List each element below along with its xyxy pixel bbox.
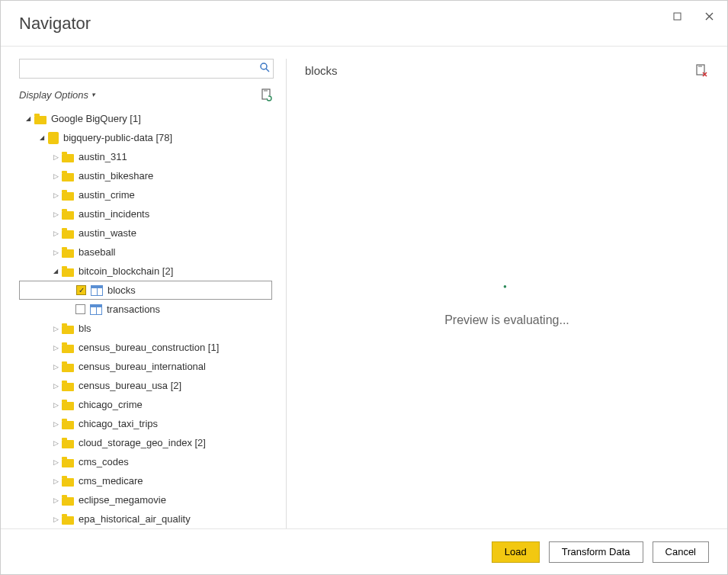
preview-title: blocks (305, 64, 338, 77)
tree-node-label: austin_crime (79, 189, 135, 201)
tree-item-austin_crime[interactable]: ▷austin_crime (19, 185, 272, 204)
expand-arrow-icon[interactable]: ▷ (51, 496, 60, 505)
expand-arrow-icon[interactable]: ▷ (51, 381, 60, 390)
refresh-icon[interactable] (258, 87, 274, 102)
display-options-dropdown[interactable]: Display Options ▾ (19, 89, 95, 101)
preview-status-text: Preview is evaluating... (444, 313, 569, 327)
expand-arrow-icon[interactable]: ▷ (51, 210, 60, 219)
tree-node-label: cms_medicare (79, 475, 143, 487)
navigator-tree[interactable]: ◢Google BigQuery [1]◢bigquery-public-dat… (19, 109, 274, 528)
tree-node-label: blocks (107, 284, 136, 296)
folder-icon (62, 514, 74, 525)
expand-arrow-icon[interactable]: ▷ (51, 343, 60, 352)
tree-item-austin_incidents[interactable]: ▷austin_incidents (19, 204, 272, 223)
expand-arrow-icon[interactable]: ▷ (51, 191, 60, 200)
collapse-arrow-icon[interactable]: ◢ (24, 114, 33, 124)
search-row (19, 59, 274, 79)
loading-indicator: ● (503, 283, 511, 291)
expand-arrow-icon[interactable]: ▷ (51, 477, 60, 486)
cancel-button[interactable]: Cancel (653, 541, 709, 563)
expand-arrow-icon[interactable]: ▷ (51, 324, 60, 333)
tree-table-blocks[interactable]: ▷blocks (19, 281, 272, 300)
close-button[interactable] (695, 5, 723, 27)
folder-icon (62, 381, 74, 391)
tree-node-label: chicago_crime (79, 399, 143, 410)
expand-arrow-icon[interactable]: ▷ (51, 515, 60, 524)
tree-item-austin_waste[interactable]: ▷austin_waste (19, 223, 272, 243)
collapse-arrow-icon[interactable]: ◢ (51, 267, 60, 276)
svg-point-1 (261, 63, 267, 69)
expand-arrow-icon[interactable]: ▷ (51, 229, 60, 238)
expand-arrow-icon[interactable]: ▷ (51, 419, 60, 429)
tree-root-bigquery[interactable]: ◢Google BigQuery [1] (19, 109, 272, 128)
expand-arrow-icon[interactable]: ▷ (51, 438, 60, 448)
folder-icon (62, 419, 74, 429)
tree-node-label: census_bureau_construction [1] (79, 342, 219, 353)
tree-item-austin_311[interactable]: ▷austin_311 (19, 147, 272, 166)
folder-icon (62, 438, 74, 448)
left-panel: Display Options ▾ ◢Google BigQuery [1]◢b… (19, 59, 286, 528)
expand-arrow-icon[interactable]: ▷ (51, 248, 60, 257)
tree-item-eclipse_megamovie[interactable]: ▷eclipse_megamovie (19, 490, 272, 509)
expand-arrow-icon[interactable]: ▷ (51, 400, 60, 410)
tree-node-label: Google BigQuery [1] (51, 113, 141, 124)
clear-preview-icon[interactable] (694, 63, 709, 78)
folder-icon (62, 342, 74, 353)
search-input[interactable] (20, 59, 256, 78)
tree-item-baseball[interactable]: ▷baseball (19, 243, 272, 262)
tree-dataset[interactable]: ◢bigquery-public-data [78] (19, 128, 272, 147)
display-options-row: Display Options ▾ (19, 85, 274, 104)
database-icon (48, 132, 59, 144)
tree-node-label: cloud_storage_geo_index [2] (79, 437, 206, 448)
svg-rect-0 (674, 13, 681, 20)
folder-icon (62, 152, 74, 162)
svg-line-2 (266, 69, 269, 72)
folder-icon (62, 209, 74, 220)
expand-arrow-icon[interactable]: ▷ (51, 362, 60, 371)
preview-body: ● Preview is evaluating... (305, 82, 709, 528)
tree-table-transactions[interactable]: ▷transactions (19, 300, 272, 319)
tree-item-census_bureau_usa[interactable]: ▷census_bureau_usa [2] (19, 376, 272, 395)
tree-node-label: census_bureau_usa [2] (79, 380, 181, 391)
tree-item-census_bureau_international[interactable]: ▷census_bureau_international (19, 357, 272, 376)
tree-node-label: cms_codes (79, 456, 129, 467)
tree-container: ◢Google BigQuery [1]◢bigquery-public-dat… (19, 109, 274, 528)
tree-item-census_bureau_construction[interactable]: ▷census_bureau_construction [1] (19, 338, 272, 357)
tree-item-bitcoin_blockchain[interactable]: ◢bitcoin_blockchain [2] (19, 262, 272, 281)
table-icon (91, 285, 103, 296)
tree-item-bls[interactable]: ▷bls (19, 319, 272, 338)
checkbox[interactable] (75, 304, 85, 314)
folder-icon (62, 323, 74, 334)
folder-icon (62, 228, 74, 239)
folder-icon (62, 171, 74, 181)
chevron-down-icon: ▾ (91, 91, 95, 98)
expand-arrow-icon[interactable]: ▷ (51, 153, 60, 162)
search-icon[interactable] (256, 63, 273, 75)
expand-arrow-icon[interactable]: ▷ (51, 458, 60, 467)
folder-icon (34, 114, 47, 124)
preview-panel: blocks ● Preview is evaluating... (287, 59, 709, 528)
tree-item-epa_historical_air_quality[interactable]: ▷epa_historical_air_quality (19, 509, 272, 528)
table-icon (90, 304, 102, 315)
tree-item-cms_codes[interactable]: ▷cms_codes (19, 452, 272, 471)
tree-item-cloud_storage_geo_index[interactable]: ▷cloud_storage_geo_index [2] (19, 433, 272, 452)
transform-data-button[interactable]: Transform Data (549, 541, 643, 563)
display-options-label: Display Options (19, 89, 88, 101)
expand-arrow-icon[interactable]: ▷ (51, 172, 60, 181)
folder-icon (62, 457, 74, 467)
search-box[interactable] (19, 59, 274, 79)
tree-node-label: austin_incidents (79, 208, 149, 220)
restore-button[interactable] (663, 5, 691, 27)
tree-item-chicago_crime[interactable]: ▷chicago_crime (19, 395, 272, 414)
tree-node-label: austin_bikeshare (79, 170, 153, 181)
tree-item-chicago_taxi_trips[interactable]: ▷chicago_taxi_trips (19, 414, 272, 433)
tree-node-label: epa_historical_air_quality (79, 513, 191, 525)
tree-item-austin_bikeshare[interactable]: ▷austin_bikeshare (19, 166, 272, 185)
tree-node-label: austin_waste (79, 227, 136, 239)
tree-node-label: bitcoin_blockchain [2] (79, 265, 173, 277)
checkbox[interactable] (76, 285, 86, 295)
load-button[interactable]: Load (492, 541, 540, 563)
collapse-arrow-icon[interactable]: ◢ (37, 133, 47, 143)
tree-item-cms_medicare[interactable]: ▷cms_medicare (19, 471, 272, 490)
folder-icon (62, 476, 74, 487)
